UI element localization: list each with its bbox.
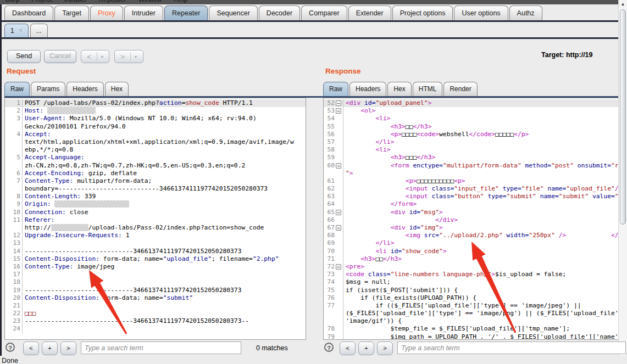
code-line-53[interactable]: 53− <ol> bbox=[324, 107, 626, 115]
code-line-57[interactable]: 57 </li> bbox=[324, 138, 626, 146]
code-line-65[interactable]: 65− <div id="msg"> bbox=[324, 209, 626, 216]
menu-item-repeater[interactable]: Repeater bbox=[99, 0, 126, 3]
code-line-wrap[interactable]: boundary=---------------------------3466… bbox=[5, 185, 306, 193]
repeater-tab-1[interactable]: 1 × bbox=[4, 24, 29, 37]
code-line-17[interactable]: 17 bbox=[5, 271, 306, 278]
code-line-55[interactable]: 55 <h3>□□</h3> bbox=[324, 123, 626, 131]
code-line-6[interactable]: 6Accept-Encoding: gzip, deflate bbox=[5, 170, 306, 177]
response-scrollbar[interactable]: ▲ ▼ bbox=[618, 0, 627, 364]
chevron-down-icon[interactable]: ▾ bbox=[97, 54, 107, 59]
menu-item-burp[interactable]: Burp bbox=[5, 0, 19, 3]
code-line-20[interactable]: 20Content-Disposition: form-data; name="… bbox=[5, 294, 306, 302]
tab-authz[interactable]: Authz bbox=[509, 5, 542, 20]
tab-project-options[interactable]: Project options bbox=[392, 5, 453, 20]
tab-proxy[interactable]: Proxy bbox=[90, 5, 123, 20]
tab-params[interactable]: Params bbox=[31, 82, 65, 96]
tab-intruder[interactable]: Intruder bbox=[124, 5, 163, 20]
code-line-76[interactable]: 76 if (file_exists(UPLOAD_PATH)) { bbox=[324, 294, 626, 302]
code-line-1[interactable]: 1POST /upload-labs/Pass-02/index.php?act… bbox=[5, 99, 306, 107]
tab-hex[interactable]: Hex bbox=[387, 82, 411, 96]
code-line-2[interactable]: 2Host: bbox=[5, 107, 306, 115]
code-line-21[interactable]: 21 bbox=[5, 302, 306, 310]
code-line-3[interactable]: 3User-Agent: Mozilla/5.0 (Windows NT 10.… bbox=[5, 115, 306, 122]
code-line-59[interactable]: 59 <h3>□□□</h3> bbox=[324, 154, 626, 161]
code-line-15[interactable]: 15Content-Disposition: form-data; name="… bbox=[5, 255, 306, 263]
code-line-wrap[interactable]: ($_FILES['upload_file']['type'] == 'imag… bbox=[324, 310, 626, 317]
code-line-9[interactable]: 9Origin: bbox=[5, 200, 306, 208]
code-line-61[interactable]: 61 <p>□□□□□□□□□□<p> bbox=[324, 177, 626, 185]
code-line-52[interactable]: 52−<div id="upload_panel"> bbox=[324, 99, 626, 107]
help-icon[interactable]: ? bbox=[5, 343, 15, 352]
search-prev-button[interactable]: < bbox=[23, 341, 39, 355]
code-line-wrap[interactable]: ebp,*/*;q=0.8 bbox=[5, 146, 306, 154]
tab-headers[interactable]: Headers bbox=[66, 82, 103, 96]
search-next-button[interactable]: > bbox=[377, 341, 393, 355]
code-line-62[interactable]: 62 <input class="input_file" type="file"… bbox=[324, 185, 626, 193]
code-line-22[interactable]: 22□□□ bbox=[5, 310, 306, 317]
search-prev-button[interactable]: < bbox=[340, 341, 356, 355]
fold-collapse-icon[interactable]: − bbox=[336, 210, 341, 215]
code-line-23[interactable]: 23-----------------------------346613741… bbox=[5, 317, 306, 325]
code-line-74[interactable]: 74$msg = null; bbox=[324, 278, 626, 286]
next-request-button[interactable]: > ▾ bbox=[114, 50, 143, 63]
code-line-wrap[interactable]: text/html,application/xhtml+xml,applicat… bbox=[5, 138, 306, 146]
search-next-button[interactable]: > bbox=[60, 341, 76, 355]
code-line-8[interactable]: 8Content-Length: 339 bbox=[5, 193, 306, 200]
code-line-78[interactable]: 78 $temp_file = $_FILES['upload_file']['… bbox=[324, 325, 626, 333]
tab-raw[interactable]: Raw bbox=[323, 82, 348, 96]
code-line-56[interactable]: 56 <p>□□□□<code>webshell</code>□□□□□</p> bbox=[324, 131, 626, 138]
tab-hex[interactable]: Hex bbox=[105, 82, 129, 96]
scrollbar-thumb[interactable] bbox=[620, 9, 626, 225]
menu-item-project[interactable]: Project bbox=[31, 0, 52, 3]
menu-bar[interactable]: BurpProjectIntruderRepeaterWindowHelp bbox=[0, 0, 627, 4]
code-line-63[interactable]: 63 <input class="button" type="submit" n… bbox=[324, 193, 626, 200]
tab-extender[interactable]: Extender bbox=[348, 5, 391, 20]
code-line-60[interactable]: 60− <form enctype="multipart/form-data" … bbox=[324, 162, 626, 170]
menu-item-intruder[interactable]: Intruder bbox=[64, 0, 87, 3]
code-line-16[interactable]: 16Content-Type: image/jpeg bbox=[5, 263, 306, 271]
code-line-64[interactable]: 64 </form> bbox=[324, 200, 626, 208]
fold-collapse-icon[interactable]: − bbox=[336, 163, 341, 169]
request-editor[interactable]: 1POST /upload-labs/Pass-02/index.php?act… bbox=[4, 98, 306, 340]
code-line-54[interactable]: 54 <li> bbox=[324, 115, 626, 122]
tab-decoder[interactable]: Decoder bbox=[259, 5, 300, 20]
code-line-11[interactable]: 11Referer: bbox=[5, 216, 306, 224]
code-line-5[interactable]: 5Accept-Language: bbox=[5, 154, 306, 161]
fold-collapse-icon[interactable]: − bbox=[336, 264, 341, 270]
code-line-19[interactable]: 19-----------------------------346613741… bbox=[5, 287, 306, 294]
code-line-73[interactable]: 73<code class="line-numbers language-php… bbox=[324, 271, 626, 278]
tab-raw[interactable]: Raw bbox=[4, 82, 30, 96]
tab-sequencer[interactable]: Sequencer bbox=[209, 5, 257, 20]
code-line-77[interactable]: 77 if (($_FILES['upload_file']['type'] =… bbox=[324, 302, 626, 310]
code-line-7[interactable]: 7Content-Type: multipart/form-data; bbox=[5, 177, 306, 185]
code-line-72[interactable]: 72−<pre> bbox=[324, 263, 626, 271]
code-line-66[interactable]: 66 </div> bbox=[324, 216, 626, 224]
code-line-wrap[interactable]: "> bbox=[324, 170, 626, 177]
tab-html[interactable]: HTML bbox=[413, 82, 443, 96]
tab-headers[interactable]: Headers bbox=[349, 82, 386, 96]
menu-item-window[interactable]: Window bbox=[138, 0, 162, 3]
code-line-4[interactable]: 4Accept: bbox=[5, 131, 306, 138]
tab-repeater[interactable]: Repeater bbox=[164, 5, 208, 20]
code-line-71[interactable]: 71 <h3>□□</h3> bbox=[324, 255, 626, 263]
scroll-up-icon[interactable]: ▲ bbox=[619, 0, 627, 8]
code-line-68[interactable]: 68 <img src="../upload/2.php" width="250… bbox=[324, 232, 626, 239]
search-add-button[interactable]: + bbox=[42, 341, 58, 355]
fold-collapse-icon[interactable]: − bbox=[336, 108, 341, 114]
tab-user-options[interactable]: User options bbox=[454, 5, 508, 20]
tab-render[interactable]: Render bbox=[443, 82, 477, 96]
cancel-button[interactable]: Cancel bbox=[44, 50, 76, 63]
code-line-wrap[interactable]: 'image/gif')) { bbox=[324, 317, 626, 325]
previous-request-button[interactable]: < ▾ bbox=[81, 50, 109, 63]
code-line-67[interactable]: 67− <div id="img"> bbox=[324, 224, 626, 232]
code-line-58[interactable]: 58 <li> bbox=[324, 146, 626, 154]
fold-collapse-icon[interactable]: − bbox=[336, 100, 341, 106]
tab-dashboard[interactable]: Dashboard bbox=[4, 5, 53, 20]
code-line-14[interactable]: 14-----------------------------346613741… bbox=[5, 248, 306, 255]
code-line-18[interactable]: 18 bbox=[5, 278, 306, 286]
send-button[interactable]: Send bbox=[7, 50, 41, 63]
tab-target[interactable]: Target bbox=[54, 5, 89, 20]
repeater-tab-more[interactable]: ... bbox=[30, 24, 48, 37]
tab-comparer[interactable]: Comparer bbox=[301, 5, 347, 20]
search-add-button[interactable]: + bbox=[358, 341, 374, 355]
